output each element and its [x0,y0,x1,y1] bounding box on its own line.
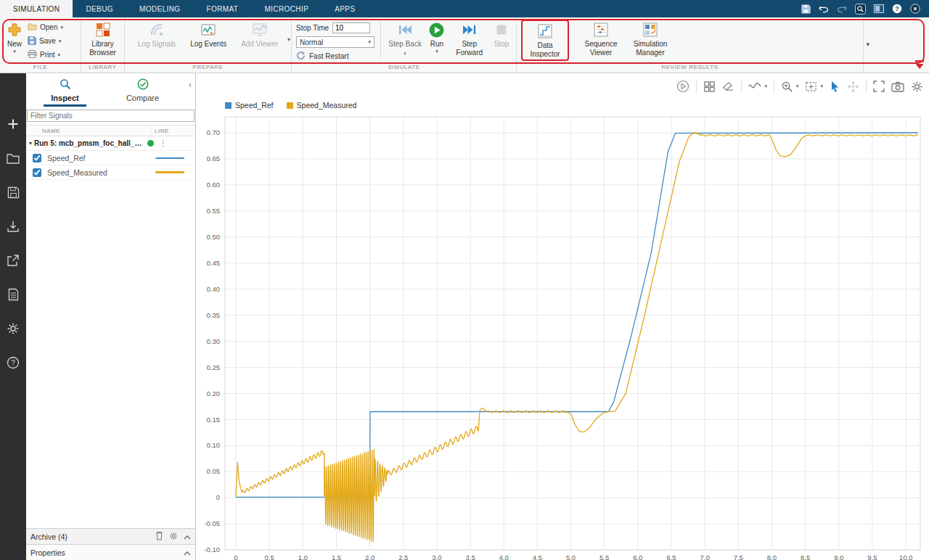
layout-grid-icon[interactable] [703,81,716,93]
add-viewer-icon [252,21,268,38]
help-icon[interactable]: ? [6,355,20,370]
archive-bar[interactable]: Archive (4) [26,528,195,544]
signal-plot[interactable]: -0.10-0.0500.050.100.150.200.250.300.350… [196,113,929,560]
svg-text:0.5: 0.5 [265,553,274,560]
settings-icon[interactable] [6,321,20,336]
trash-icon[interactable] [155,531,163,542]
section-label-file: FILE [0,63,81,73]
add-icon[interactable] [6,117,20,131]
step-back-button[interactable]: Step Back ▾ [385,20,425,58]
tab-compare[interactable]: Compare [104,73,181,107]
tab-simulation[interactable]: SIMULATION [0,0,73,17]
tab-inspect[interactable]: Inspect [26,73,104,107]
stop-time-input[interactable] [332,22,370,33]
badge-icon[interactable] [910,4,920,14]
kebab-menu-icon[interactable]: ⋮ [160,139,167,147]
legend-speed-measured[interactable]: Speed_Measured [287,101,357,110]
stop-button: Stop [491,20,512,50]
section-label-simulate: SIMULATE [292,63,516,73]
section-label-review-results: REVIEW RESULTS [517,63,863,73]
redo-icon[interactable] [837,4,847,13]
chevron-down-icon: ▾ [368,39,371,45]
snapshot-camera-icon[interactable] [891,81,904,92]
svg-text:7.5: 7.5 [734,553,743,560]
svg-text:0.45: 0.45 [207,259,221,267]
fast-restart-toggle[interactable]: Fast Restart [296,51,376,62]
chevron-down-icon[interactable]: ▾ [764,83,767,89]
check-circle-icon [137,78,149,91]
simulation-mode-select[interactable]: Normal ▾ [296,36,375,48]
fast-restart-icon [296,51,306,62]
svg-text:0.40: 0.40 [207,285,221,293]
undo-icon[interactable] [819,4,829,13]
export-icon[interactable] [6,253,20,268]
log-events-button[interactable]: Log Events [188,20,229,50]
svg-text:5.0: 5.0 [566,553,576,560]
collapse-panel-icon[interactable]: ‹ [189,79,192,90]
chevron-up-icon[interactable] [184,548,191,557]
filter-signals-input[interactable] [27,110,195,122]
svg-text:0.05: 0.05 [207,467,221,475]
new-button[interactable]: New ▾ [4,20,25,55]
chevron-down-icon: ▾ [60,25,63,30]
gear-icon[interactable] [911,81,923,93]
folder-icon[interactable] [6,151,20,165]
svg-text:8.5: 8.5 [801,553,810,560]
simulation-manager-button[interactable]: Simulation Manager [629,20,672,58]
legend-speed-ref[interactable]: Speed_Ref [225,101,274,110]
svg-text:1.5: 1.5 [332,553,341,560]
tab-apps[interactable]: APPS [322,0,368,17]
signal-wave-icon[interactable] [748,81,761,91]
ribbon-group-file: New ▾ Open ▾ Save ▾ [0,17,81,73]
run-status-badge [147,140,154,147]
tab-modeling[interactable]: MODELING [126,0,194,17]
chevron-down-icon[interactable]: ▾ [796,83,799,89]
playback-icon[interactable] [676,80,689,93]
chevron-down-icon[interactable]: ▾ [820,83,823,89]
stop-time-label: Stop Time [296,24,329,32]
report-icon[interactable] [6,287,20,302]
open-button[interactable]: Open ▾ [28,20,63,34]
chevron-down-icon: ▾ [13,49,16,54]
search-icon[interactable] [855,4,866,15]
left-icon-sidebar: ? [0,73,26,560]
signal-row-speed-ref[interactable]: Speed_Ref [26,151,195,165]
cursor-arrow-icon[interactable] [830,81,840,93]
zoom-icon[interactable] [781,81,793,93]
folder-icon [28,22,37,32]
speed-ref-checkbox[interactable] [33,154,41,162]
library-browser-button[interactable]: Library Browser [86,20,120,58]
clear-eraser-icon[interactable] [722,81,734,92]
svg-text:0.25: 0.25 [207,363,221,371]
import-icon[interactable] [6,219,20,234]
toolstrip-overflow-icon[interactable]: ▾ [866,41,869,48]
run-button[interactable]: Run ▾ [426,20,447,55]
help-icon[interactable]: ? [892,4,902,14]
speed-measured-checkbox[interactable] [33,168,41,177]
save-button[interactable]: Save ▾ [28,34,63,48]
prepare-gallery-expand-icon[interactable]: ▾ [287,36,290,43]
save-icon[interactable] [801,4,811,14]
chevron-down-icon[interactable]: ▾ [29,140,32,147]
tab-debug[interactable]: DEBUG [73,0,126,17]
run-row[interactable]: ▾ Run 5: mcb_pmsm_foc_hall_dsPIC33 ⋮ [26,136,195,151]
gear-icon[interactable] [169,532,178,542]
tab-format[interactable]: FORMAT [194,0,252,17]
fullscreen-icon[interactable] [873,81,885,92]
save-icon[interactable] [6,185,20,199]
chevron-up-icon[interactable] [184,532,191,541]
tab-microchip[interactable]: MICROCHIP [251,0,322,17]
print-button[interactable]: Print ▾ [28,48,63,62]
signal-row-speed-measured[interactable]: Speed_Measured [26,165,195,180]
svg-text:5.5: 5.5 [599,553,609,560]
svg-text:4.0: 4.0 [499,553,509,560]
data-inspector-highlight: Data Inspector [521,20,569,61]
properties-bar[interactable]: Properties [26,544,195,560]
layout-icon[interactable] [874,4,884,13]
simulink-window: SIMULATION DEBUG MODELING FORMAT MICROCH… [0,0,929,560]
svg-text:0.55: 0.55 [207,207,221,215]
data-inspector-button[interactable]: Data Inspector [523,21,567,59]
fit-to-view-icon[interactable] [805,81,817,92]
step-forward-button[interactable]: Step Forward [449,20,490,58]
sequence-viewer-button[interactable]: Sequence Viewer [579,20,623,58]
